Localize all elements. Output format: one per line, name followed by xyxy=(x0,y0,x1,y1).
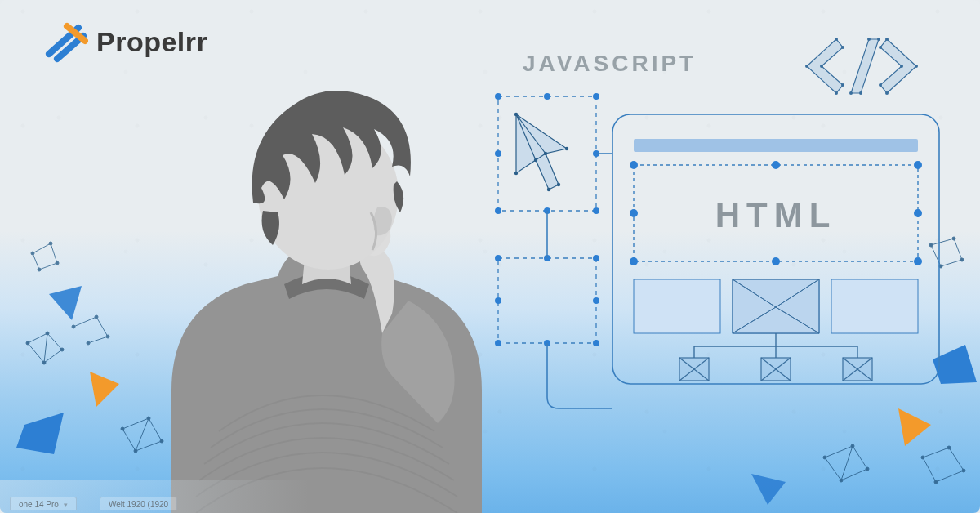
svg-point-60 xyxy=(772,161,780,169)
svg-point-106 xyxy=(593,297,599,304)
svg-point-114 xyxy=(565,147,568,150)
svg-point-91 xyxy=(593,93,599,100)
svg-point-51 xyxy=(885,38,889,41)
brand-logo-mark xyxy=(44,20,88,64)
svg-point-48 xyxy=(877,38,880,41)
svg-point-61 xyxy=(914,161,922,169)
svg-point-113 xyxy=(514,113,518,116)
svg-point-42 xyxy=(841,46,844,49)
svg-point-93 xyxy=(593,207,599,214)
viewport-tab[interactable]: Welt 1920 (1920 xyxy=(100,497,177,510)
wireframe-diagram: HTML xyxy=(490,65,947,425)
chevron-down-icon: ▾ xyxy=(64,501,68,509)
viewport-label: Welt 1920 (1920 xyxy=(109,500,168,509)
svg-point-47 xyxy=(867,38,871,41)
svg-point-62 xyxy=(630,257,638,265)
svg-point-94 xyxy=(544,93,550,100)
svg-point-64 xyxy=(914,257,922,265)
svg-marker-109 xyxy=(516,114,567,190)
svg-point-52 xyxy=(879,46,882,49)
html-label: HTML xyxy=(715,196,837,234)
devtools-footer: one 14 Pro ▾ Welt 1920 (1920 xyxy=(0,480,310,513)
svg-point-102 xyxy=(593,340,599,346)
svg-point-119 xyxy=(514,172,518,175)
svg-rect-67 xyxy=(634,279,720,333)
device-label: one 14 Pro xyxy=(19,500,59,509)
svg-point-100 xyxy=(593,255,599,261)
svg-point-41 xyxy=(835,38,838,41)
svg-point-65 xyxy=(630,209,638,217)
svg-point-66 xyxy=(914,209,922,217)
svg-point-116 xyxy=(557,183,560,186)
svg-point-59 xyxy=(630,161,638,169)
cursor-icon xyxy=(514,113,568,191)
svg-rect-69 xyxy=(831,279,918,333)
svg-point-118 xyxy=(534,158,537,162)
svg-point-115 xyxy=(544,152,547,155)
device-tab[interactable]: one 14 Pro ▾ xyxy=(10,497,77,510)
svg-point-117 xyxy=(547,188,550,191)
person-illustration xyxy=(122,39,514,513)
svg-point-63 xyxy=(772,257,780,265)
svg-rect-57 xyxy=(634,139,918,152)
